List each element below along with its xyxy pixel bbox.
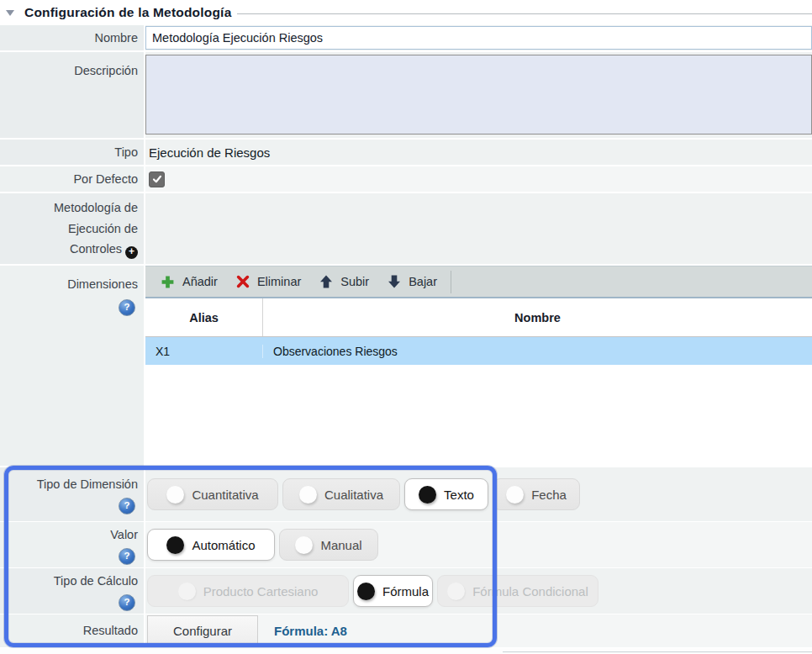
metodologia-controles-label: Metodología de Ejecución de Controles	[54, 201, 138, 256]
plus-icon	[161, 275, 175, 289]
arrow-up-icon	[319, 275, 333, 288]
delete-button-label: Eliminar	[257, 275, 301, 288]
toolbar-separator	[451, 271, 451, 293]
row-tipo-calculo: Tipo de Cálculo Producto Cartesiano Fórm…	[0, 568, 812, 614]
collapse-triangle-icon[interactable]	[6, 10, 14, 16]
valor-help-icon[interactable]	[119, 548, 135, 565]
tipo-calculo-help-icon[interactable]	[119, 594, 135, 611]
radio-circle-icon	[419, 486, 436, 504]
tipo-calculo-label: Tipo de Cálculo	[54, 571, 138, 592]
nombre-label: Nombre	[94, 28, 138, 49]
formula-result-text: Fórmula: A8	[274, 624, 347, 638]
row-por-defecto: Por Defecto	[0, 166, 812, 192]
row-tipo-dimension: Tipo de Dimensión Cuantitativa Cualitati…	[0, 467, 812, 521]
dimensiones-table-header: Alias Nombre	[145, 298, 812, 337]
tipo-label: Tipo	[114, 142, 138, 163]
header-divider	[237, 13, 812, 14]
tipo-dimension-help-icon[interactable]	[119, 498, 135, 514]
radio-texto-label: Texto	[444, 488, 474, 502]
radio-formula-label: Fórmula	[382, 584, 429, 599]
move-down-button-label: Bajar	[409, 275, 437, 288]
row-resultado: Resultado Configurar Fórmula: A8	[0, 614, 812, 647]
radio-fecha-label: Fecha	[531, 488, 567, 502]
dimensiones-help-icon[interactable]	[119, 299, 135, 316]
cell-alias: X1	[145, 345, 263, 358]
radio-fecha[interactable]: Fecha	[493, 478, 580, 510]
resultado-label: Resultado	[83, 620, 138, 641]
valor-label: Valor	[110, 525, 138, 546]
bottom-edge-line	[503, 651, 812, 652]
radio-manual[interactable]: Manual	[279, 529, 378, 561]
checkmark-icon	[152, 174, 162, 184]
row-nombre: Nombre	[0, 25, 812, 50]
section-header: Configuración de la Metodología	[0, 0, 812, 25]
por-defecto-label: Por Defecto	[73, 169, 138, 190]
cell-nombre: Observaciones Riesgos	[263, 345, 812, 358]
radio-manual-label: Manual	[320, 538, 361, 552]
radio-circle-icon	[166, 486, 184, 504]
delete-button[interactable]: Eliminar	[228, 270, 309, 293]
add-button[interactable]: Añadir	[152, 270, 226, 293]
move-up-button[interactable]: Subir	[311, 270, 377, 293]
radio-circle-icon	[166, 536, 184, 554]
row-tipo: Tipo Ejecución de Riesgos	[0, 140, 812, 165]
column-header-alias[interactable]: Alias	[145, 298, 263, 336]
add-button-label: Añadir	[182, 275, 218, 288]
x-icon	[236, 275, 250, 288]
radio-circle-icon	[299, 486, 317, 504]
radio-circle-icon	[506, 486, 524, 504]
radio-automatico-label: Automático	[192, 538, 255, 552]
row-metodologia-controles: Metodología de Ejecución de Controles	[0, 193, 812, 264]
descripcion-label: Descripción	[74, 61, 138, 82]
radio-automatico[interactable]: Automático	[147, 529, 275, 561]
row-valor: Valor Automático Manual	[0, 522, 812, 567]
table-empty-area	[145, 365, 812, 466]
row-descripcion: Descripción	[0, 52, 812, 138]
methodology-config-page: Configuración de la Metodología Nombre D…	[0, 0, 812, 654]
descripcion-textarea[interactable]	[145, 55, 812, 134]
configurar-button[interactable]: Configurar	[147, 615, 258, 646]
table-row[interactable]: X1 Observaciones Riesgos	[145, 337, 812, 365]
radio-circle-icon	[357, 583, 375, 600]
bottom-strip	[0, 648, 812, 654]
tipo-dimension-label: Tipo de Dimensión	[37, 474, 138, 495]
dimensiones-panel: Añadir Eliminar Subir	[145, 266, 812, 466]
radio-texto[interactable]: Texto	[404, 478, 488, 510]
radio-cualitativa[interactable]: Cualitativa	[282, 478, 400, 510]
radio-circle-icon	[447, 583, 465, 600]
dimensiones-label: Dimensiones	[67, 274, 138, 295]
radio-producto-cartesiano: Producto Cartesiano	[147, 575, 349, 607]
nombre-input[interactable]	[145, 26, 812, 50]
radio-formula-condicional: Fórmula Condicional	[437, 575, 598, 607]
radio-circle-icon	[295, 536, 313, 554]
radio-circle-icon	[178, 583, 196, 600]
radio-formula[interactable]: Fórmula	[353, 575, 433, 607]
plus-circle-icon[interactable]	[125, 246, 138, 259]
row-dimensiones: Dimensiones Añadir Eliminar	[0, 266, 812, 466]
move-up-button-label: Subir	[340, 275, 369, 288]
radio-cuantitativa-label: Cuantitativa	[192, 488, 258, 502]
arrow-down-icon	[388, 275, 401, 288]
radio-cualitativa-label: Cualitativa	[324, 488, 383, 502]
page-title: Configuración de la Metodología	[24, 5, 231, 20]
radio-formula-condicional-label: Fórmula Condicional	[472, 584, 588, 599]
radio-cuantitativa[interactable]: Cuantitativa	[147, 478, 278, 510]
tipo-value: Ejecución de Riesgos	[145, 145, 270, 160]
move-down-button[interactable]: Bajar	[379, 270, 446, 293]
metodologia-controles-value	[145, 193, 812, 264]
radio-producto-cartesiano-label: Producto Cartesiano	[203, 584, 319, 599]
dimensiones-toolbar: Añadir Eliminar Subir	[145, 266, 812, 298]
por-defecto-checkbox[interactable]	[149, 171, 165, 187]
column-header-nombre[interactable]: Nombre	[263, 298, 812, 336]
